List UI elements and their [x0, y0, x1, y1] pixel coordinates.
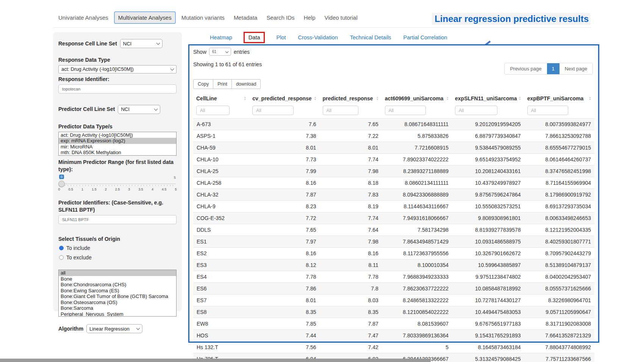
column-filter-input-cellline[interactable] [196, 106, 230, 115]
radio-icon[interactable] [59, 246, 64, 250]
min-predictor-range-slider[interactable]: 0 5 00.511.522.533.544.55 [59, 181, 176, 194]
algorithm-select[interactable]: Linear Regression [86, 324, 142, 333]
data-results-panel: Show 61 entries Showing 1 to 61 of 61 en… [188, 44, 599, 343]
value-cell: 9.67675651977183 [452, 318, 524, 330]
sort-icon[interactable]: ▲▼ [589, 96, 591, 101]
sort-icon[interactable]: ▲▼ [376, 96, 379, 101]
next-page-button[interactable]: Next page [560, 63, 592, 74]
slider-tick-label: 4 [152, 187, 153, 191]
column-header-inner: CellLine▲▼ [196, 95, 246, 101]
print-button[interactable]: Print [213, 79, 232, 89]
value-cell: 7.87 [249, 189, 319, 201]
slider-tick-label: 3 [128, 187, 130, 191]
value-cell: 9.8089308961801 [452, 212, 524, 224]
table-row: A-6737.67.658.086716483111119.2012091959… [193, 119, 594, 130]
value-cell: 7.47 [320, 330, 382, 342]
tissue-option[interactable]: Bone:Chondrosarcoma (CHS) [59, 282, 176, 288]
nav-item-multivariate-analyses[interactable]: Multivariate Analyses [114, 11, 176, 24]
slider-tick-labels: 00.511.522.533.544.55 [59, 187, 176, 192]
page-length-select[interactable]: 61 [209, 48, 231, 56]
predictor-data-type-option[interactable]: mir: MicroRNA [59, 144, 176, 150]
chevron-down-icon [225, 50, 228, 53]
tab-data[interactable]: Data [244, 32, 265, 43]
previous-page-button[interactable]: Previous page [505, 63, 547, 74]
tab-partial-correlation[interactable]: Partial Correlation [403, 32, 448, 43]
tissue-option[interactable]: all [59, 270, 176, 276]
column-header-label: cv_predicted_response [252, 95, 311, 101]
value-cell: 8.16 [249, 177, 319, 189]
column-header-cv_predicted_response[interactable]: cv_predicted_response▲▼ [249, 93, 319, 104]
column-header-act609699_unisarcoma[interactable]: act609699_uniSarcoma▲▼ [382, 93, 452, 104]
value-cell: 7.97 [249, 236, 319, 248]
predictor-data-types-listbox[interactable]: act: Drug Activity (-log10[IC50M])exp: m… [58, 132, 177, 156]
radio-icon[interactable] [59, 255, 64, 260]
tab-plot[interactable]: Plot [275, 32, 286, 43]
column-filter-input-predicted_response[interactable] [323, 106, 359, 115]
column-filter-input-expbptf_unisarcoma[interactable] [527, 106, 568, 115]
column-header-inner: act609699_uniSarcoma▲▼ [385, 95, 449, 101]
tissue-option[interactable]: Bone [59, 276, 176, 282]
column-header-predicted_response[interactable]: predicted_response▲▼ [320, 93, 382, 104]
tissue-radio-to-exclude[interactable]: To exclude [59, 254, 177, 261]
sort-icon[interactable]: ▲▼ [446, 96, 449, 101]
table-row: HOS7.447.477.803398691363649.15431765291… [193, 330, 594, 342]
current-page-button[interactable]: 1 [547, 63, 560, 74]
response-cell-line-set-label: Response Cell Line Set [58, 40, 117, 47]
nav-item-metadata[interactable]: Metadata [230, 11, 261, 24]
tab-heatmap[interactable]: Heatmap [209, 32, 233, 43]
table-row: CHLA-327.877.838.094233068888899.8756759… [193, 189, 594, 201]
tissue-option[interactable]: Peripheral_Nervous_System [59, 311, 176, 317]
column-header-expslfn11_unisarcoma[interactable]: expSLFN11_uniSarcoma▲▼ [452, 93, 524, 104]
column-header-cellline[interactable]: CellLine▲▼ [193, 93, 249, 104]
cell-line-name: ES6 [193, 283, 249, 295]
nav-item-mutation-variants[interactable]: Mutation variants [178, 11, 228, 24]
sort-icon[interactable]: ▲▼ [244, 96, 246, 101]
sort-desc-icon: ▼ [376, 98, 379, 101]
cell-line-name: CHLA-258 [193, 177, 249, 189]
tissue-option[interactable]: Bone:Osteosarcoma (OS) [59, 300, 176, 306]
predictor-data-type-option[interactable]: exp: mRNA Expression (log2) [59, 138, 176, 144]
value-cell: 8.35 [320, 306, 382, 318]
predictor-cell-line-set-select[interactable]: NCI [118, 105, 160, 114]
value-cell: 7.66413528721329 [524, 330, 594, 342]
response-identifier-input[interactable] [58, 84, 177, 94]
tissue-option[interactable]: Bone:Sarcoma [59, 305, 176, 311]
copy-button[interactable]: Copy [193, 79, 213, 89]
predictor-identifiers-input[interactable] [58, 215, 177, 224]
column-header-label: act609699_uniSarcoma [385, 95, 444, 101]
response-data-type-select[interactable]: act: Drug Activity (-log10[IC50M]) [58, 65, 177, 73]
column-filter-input-act609699_unisarcoma[interactable] [385, 106, 426, 115]
value-cell: 7.74 [320, 212, 382, 224]
sort-icon[interactable]: ▲▼ [314, 96, 317, 101]
response-cell-line-set-select[interactable]: NCI [120, 39, 163, 48]
nav-item-video-tutorial[interactable]: Video tutorial [321, 11, 361, 24]
table-row: ES17.977.987.8643494857142910.0931486588… [193, 236, 594, 248]
value-cell: 7.65 [249, 224, 319, 236]
value-cell: 7.44 [249, 330, 319, 342]
nav-item-search-ids[interactable]: Search IDs [263, 11, 298, 24]
column-filter-input-expslfn11_unisarcoma[interactable] [455, 106, 497, 115]
nav-item-help[interactable]: Help [300, 11, 319, 24]
tissue-radio-to-include[interactable]: To include [59, 245, 177, 251]
slider-tick-label: 2 [105, 187, 107, 191]
cell-line-name: EW8 [193, 318, 249, 330]
sort-icon[interactable]: ▲▼ [519, 96, 521, 101]
tab-cross-validation[interactable]: Cross-Validation [297, 32, 338, 43]
value-cell: 7.86613253092788 [524, 130, 594, 142]
nav-item-univariate-analyses[interactable]: Univariate Analyses [55, 11, 112, 24]
value-cell: 7.73 [249, 154, 319, 165]
column-filter-input-cv_predicted_response[interactable] [252, 106, 293, 115]
tab-technical-details[interactable]: Technical Details [349, 32, 392, 43]
value-cell: 8.11723637955556 [382, 248, 452, 259]
predictor-data-type-option[interactable]: act: Drug Activity (-log10[IC50M]) [59, 132, 176, 138]
predictor-data-type-option[interactable]: mth: DNA 850K Methylation [59, 150, 176, 156]
tissue-option[interactable]: Bone:Ewing Sarcoma (ES) [59, 288, 176, 294]
slider-track[interactable] [59, 184, 176, 184]
download-button[interactable]: download [232, 79, 261, 89]
value-cell: 8.00735993824977 [524, 119, 594, 130]
tissue-listbox[interactable]: allBoneBone:Chondrosarcoma (CHS)Bone:Ewi… [58, 270, 177, 317]
tissue-option[interactable]: Bone:Giant Cell Tumor of Bone (GCTB) Sar… [59, 293, 176, 300]
value-cell: 8.23893271188889 [382, 165, 452, 177]
slider-tick-marks [59, 185, 176, 186]
column-header-expbptf_unisarcoma[interactable]: expBPTF_uniSarcoma▲▼ [524, 93, 594, 104]
